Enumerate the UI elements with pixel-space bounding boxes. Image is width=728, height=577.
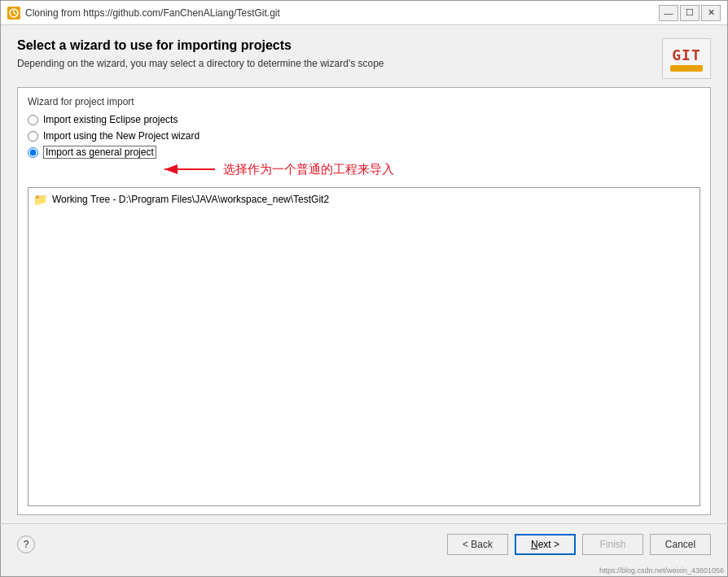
wizard-group-label: Wizard for project import	[28, 96, 700, 107]
git-logo-text: GIT	[672, 46, 701, 63]
radio-label-2[interactable]: Import using the New Project wizard	[43, 130, 200, 142]
next-button[interactable]: Next >	[515, 534, 576, 555]
annotation-area: 选择作为一个普通的工程来导入	[158, 160, 700, 179]
finish-button[interactable]: Finish	[582, 534, 643, 555]
arrow-icon	[158, 160, 223, 179]
title-bar: Cloning from https://github.com/FanChenA…	[1, 1, 727, 25]
cancel-button[interactable]: Cancel	[650, 534, 711, 555]
tree-box[interactable]: 📁 Working Tree - D:\Program Files\JAVA\w…	[28, 187, 700, 506]
maximize-button[interactable]: ☐	[680, 5, 699, 21]
help-icon: ?	[24, 539, 29, 550]
radio-item-1: Import existing Eclipse projects	[28, 114, 700, 125]
minimize-button[interactable]: —	[659, 5, 678, 21]
radio-group: Import existing Eclipse projects Import …	[28, 114, 700, 158]
radio-label-3[interactable]: Import as general project	[43, 146, 156, 158]
main-window: Cloning from https://github.com/FanChenA…	[0, 0, 728, 577]
back-button[interactable]: < Back	[447, 534, 508, 555]
footer: ? < Back Next > Finish Cancel	[1, 524, 727, 565]
radio-label-1[interactable]: Import existing Eclipse projects	[43, 114, 178, 125]
header-area: Select a wizard to use for importing pro…	[17, 38, 711, 79]
window-icon	[7, 7, 20, 20]
window-title: Cloning from https://github.com/FanChenA…	[25, 7, 654, 19]
annotation-text: 选择作为一个普通的工程来导入	[223, 162, 394, 177]
page-subtitle: Depending on the wizard, you may select …	[17, 58, 654, 69]
wizard-box: Wizard for project import Import existin…	[17, 87, 711, 515]
radio-opt2[interactable]	[28, 131, 38, 142]
folder-icon: 📁	[33, 193, 47, 206]
selected-option-label: Import as general project	[43, 146, 156, 159]
tree-item-label: Working Tree - D:\Program Files\JAVA\wor…	[52, 194, 329, 205]
help-button[interactable]: ?	[17, 535, 35, 553]
radio-opt3[interactable]	[28, 147, 38, 158]
git-logo: GIT	[662, 38, 711, 79]
page-title: Select a wizard to use for importing pro…	[17, 38, 654, 53]
next-underline: N	[531, 539, 538, 550]
watermark: https://blog.csdn.net/weixin_43601056	[1, 565, 727, 576]
back-label: < Back	[463, 539, 493, 550]
radio-item-2: Import using the New Project wizard	[28, 130, 700, 142]
window-controls: — ☐ ✕	[659, 5, 721, 21]
close-button[interactable]: ✕	[701, 5, 721, 21]
radio-opt1[interactable]	[28, 115, 38, 125]
header-text: Select a wizard to use for importing pro…	[17, 38, 654, 69]
git-logo-bar	[670, 65, 703, 72]
finish-label: Finish	[599, 539, 625, 550]
content-area: Select a wizard to use for importing pro…	[1, 25, 727, 523]
next-label: Next >	[531, 539, 559, 550]
tree-item: 📁 Working Tree - D:\Program Files\JAVA\w…	[33, 191, 695, 208]
cancel-label: Cancel	[665, 539, 695, 550]
svg-line-2	[14, 13, 16, 15]
radio-item-3: Import as general project	[28, 146, 700, 158]
